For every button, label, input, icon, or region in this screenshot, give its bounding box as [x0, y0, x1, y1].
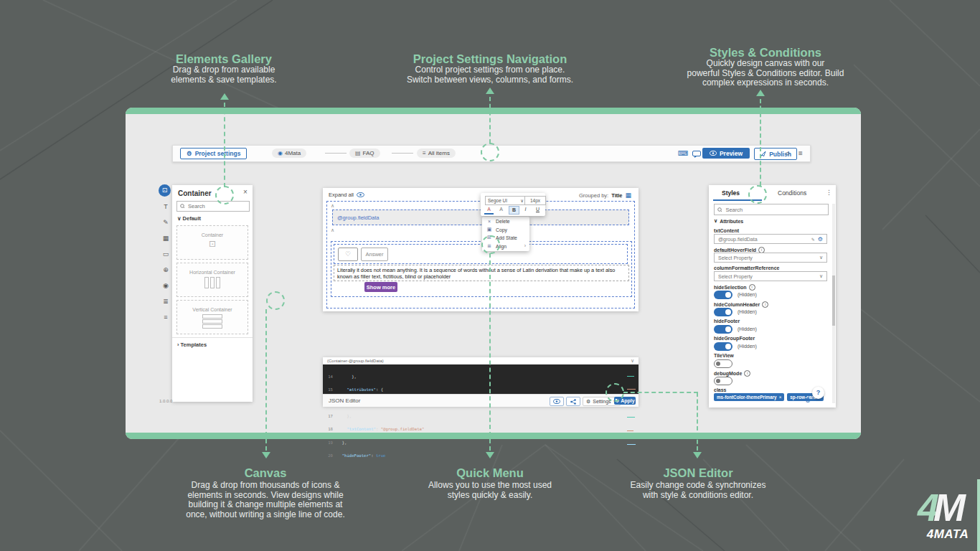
- class-chip[interactable]: ms-fontColor-themePrimary×: [714, 393, 784, 401]
- action-tool-icon[interactable]: ⊕: [161, 266, 171, 273]
- preview-button[interactable]: Preview: [702, 148, 750, 159]
- menu-item-delete[interactable]: × Delete: [486, 219, 510, 224]
- app-name-label: 4Mata: [285, 150, 301, 156]
- field-label-class: class: [714, 387, 727, 392]
- connector-line: [325, 153, 347, 154]
- help-button[interactable]: ?: [812, 387, 824, 399]
- form-tool-icon[interactable]: ≡: [161, 314, 171, 321]
- element-card-vertical-container[interactable]: Vertical Container: [176, 300, 248, 334]
- chevron-down-icon[interactable]: ∨: [631, 358, 634, 364]
- arrow-down-icon: [486, 452, 494, 458]
- element-card-container[interactable]: Container ⊡: [176, 225, 248, 260]
- font-size-input[interactable]: 14px: [524, 196, 546, 205]
- field-label-hideSelection: hideSelectioni: [714, 284, 755, 291]
- section-templates[interactable]: › Templates: [177, 342, 207, 348]
- pen-tool-icon[interactable]: ✎: [161, 219, 171, 226]
- expand-all-button[interactable]: Expand all: [329, 192, 364, 198]
- project-settings-button[interactable]: ⚙ Project settings: [180, 148, 247, 159]
- scrollbar-track[interactable]: [832, 204, 835, 403]
- image-tool-icon[interactable]: ▦: [161, 235, 171, 242]
- grouped-by-control[interactable]: Grouped by: Title ▦: [579, 192, 631, 199]
- collapse-caret-icon[interactable]: ∧: [331, 228, 334, 232]
- italic-button[interactable]: I: [521, 206, 530, 213]
- arrow-down-icon: [262, 452, 270, 458]
- chevron-down-icon: ∨: [819, 273, 823, 279]
- editor-share-button[interactable]: [566, 397, 580, 406]
- scrollbar-thumb[interactable]: [832, 276, 835, 326]
- pencil-icon[interactable]: ✎: [811, 237, 815, 242]
- font-family-select[interactable]: Segoe UI ∨: [485, 196, 527, 205]
- code-line: 19 },: [323, 441, 639, 445]
- code-editor[interactable]: 14 }, 15 "attributes": { 16 "class": "ms…: [323, 364, 639, 394]
- editor-preview-button[interactable]: [550, 397, 564, 406]
- answer-chip[interactable]: Answer: [361, 248, 388, 261]
- items-icon: ≡: [423, 150, 426, 156]
- collapse-caret-icon[interactable]: ∧: [331, 204, 334, 208]
- avatar-placeholder[interactable]: ♡: [338, 248, 358, 261]
- flow-tool-icon[interactable]: ≣: [161, 298, 171, 305]
- tab-conditions[interactable]: Conditions: [778, 189, 806, 197]
- horizontal-container-icon: [177, 277, 248, 288]
- elements-search-input[interactable]: [187, 202, 246, 210]
- section-default[interactable]: ∨ Default: [177, 215, 201, 222]
- comment-icon[interactable]: [692, 151, 701, 158]
- underline-button[interactable]: U: [533, 206, 542, 213]
- code-line: 20 "hideFooter": true: [323, 453, 639, 458]
- editor-footer-label: JSON Editor: [329, 397, 360, 404]
- grid-icon[interactable]: ▦: [625, 192, 631, 199]
- gear-icon[interactable]: ⚙: [818, 236, 823, 242]
- people-tool-icon[interactable]: ◉: [161, 282, 171, 289]
- nav-pill-app[interactable]: ◉ 4Mata: [272, 149, 306, 158]
- field-token: @group.fieldData: [337, 215, 379, 221]
- nav-pill-all-items[interactable]: ≡ All items: [417, 149, 456, 158]
- elements-search[interactable]: [176, 201, 250, 212]
- close-icon[interactable]: ×: [243, 188, 248, 196]
- hidegroupfooter-toggle[interactable]: [714, 342, 732, 351]
- button-tool-icon[interactable]: ▭: [161, 250, 171, 258]
- code-minimap: [627, 366, 637, 392]
- gear-icon[interactable]: ⚙: [805, 397, 811, 404]
- field-label-txtContent: txtContent: [714, 228, 739, 233]
- preview-label: Preview: [720, 150, 743, 157]
- avatar-row[interactable]: ♡ Answer: [334, 244, 628, 264]
- text-tool-icon[interactable]: T: [161, 203, 171, 210]
- highlight-color-button[interactable]: A: [496, 206, 506, 213]
- apply-label: Apply: [621, 398, 634, 403]
- annotation-title-canvas: Canvas: [245, 466, 287, 480]
- chevron-down-icon: ∨: [714, 218, 717, 224]
- keyboard-icon[interactable]: ⌨: [678, 149, 688, 157]
- toggle-state: (Hidden): [738, 344, 757, 349]
- element-card-label: Container: [177, 232, 248, 237]
- hidecolumnheader-toggle[interactable]: [714, 308, 732, 316]
- notification-icon[interactable]: ○: [786, 149, 790, 157]
- styles-search[interactable]: [714, 204, 829, 215]
- nav-pill-faq[interactable]: ▤ FAQ: [349, 149, 380, 158]
- grouped-by-value[interactable]: Title: [611, 192, 622, 199]
- annotation-desc-elements-gallery: Drag & drop from available elements & sa…: [171, 65, 276, 85]
- defaulthoverfield-select[interactable]: Select Property ∨: [714, 253, 827, 263]
- elements-gallery-panel: Container × ∨ Default Container ⊡ Horizo…: [172, 185, 253, 402]
- body-text-block[interactable]: Literally it does not mean anything. It …: [334, 265, 629, 281]
- bold-button[interactable]: B: [509, 206, 519, 215]
- container-tool-active-icon[interactable]: ⊡: [159, 184, 171, 197]
- columnformatterreference-select[interactable]: Select Property ∨: [714, 271, 827, 281]
- hideselection-toggle[interactable]: [714, 291, 732, 299]
- highlight-circle-elements-gallery: [215, 186, 234, 204]
- section-attributes[interactable]: ∨ Attributes: [714, 218, 743, 224]
- debugmode-toggle[interactable]: [714, 377, 732, 385]
- show-more-button[interactable]: Show more: [364, 282, 397, 292]
- tileview-toggle[interactable]: [714, 359, 732, 368]
- menu-icon[interactable]: ≡: [798, 149, 803, 157]
- font-color-button[interactable]: A: [484, 206, 494, 215]
- hidefooter-toggle[interactable]: [714, 325, 732, 334]
- tab-styles[interactable]: Styles: [722, 189, 740, 197]
- connector-styles-conditions: [760, 99, 761, 186]
- element-card-horizontal-container[interactable]: Horizontal Container: [176, 263, 248, 297]
- quick-menu: Segoe UI ∨ 14px A A B I U: [481, 193, 545, 216]
- chevron-right-icon: ›: [177, 342, 179, 348]
- menu-item-copy[interactable]: ▣ Copy: [486, 227, 507, 232]
- txtcontent-input[interactable]: @group.fieldData ✎ ⚙: [714, 234, 827, 244]
- kebab-icon[interactable]: ⋮: [826, 189, 832, 196]
- styles-search-input[interactable]: [724, 206, 825, 214]
- close-icon[interactable]: ×: [779, 395, 782, 400]
